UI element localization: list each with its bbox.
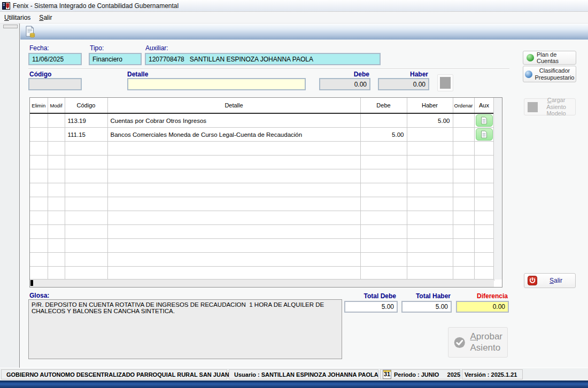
- debe-label: Debe: [319, 71, 369, 78]
- salir-button[interactable]: Salir: [524, 273, 576, 288]
- empty-row: [30, 211, 494, 225]
- cell-codigo: [65, 183, 107, 197]
- column-header-debe[interactable]: Debe: [360, 98, 407, 113]
- empty-row: [30, 197, 494, 211]
- menu-utilitarios[interactable]: Utilitarios: [0, 12, 35, 23]
- new-entry-icon[interactable]: [25, 26, 36, 38]
- cell-aux[interactable]: [474, 113, 494, 128]
- cell-aux: [474, 197, 494, 211]
- column-header-detalle[interactable]: Detalle: [107, 98, 360, 113]
- empty-row: [30, 267, 494, 281]
- haber-input: [378, 78, 429, 90]
- cell-modif: [48, 197, 65, 211]
- cell-elimin: [30, 197, 48, 211]
- cell-elimin[interactable]: [30, 128, 48, 142]
- cell-elimin: [30, 239, 48, 253]
- cell-aux: [474, 142, 494, 156]
- fecha-label: Fecha:: [29, 44, 49, 52]
- glosa-label: Glosa:: [29, 292, 49, 299]
- total-haber-label: Total Haber: [401, 292, 451, 300]
- glosa-textarea[interactable]: [28, 299, 342, 359]
- cell-haber: [407, 225, 453, 239]
- cell-haber: [407, 253, 453, 267]
- cell-ordenar[interactable]: [453, 128, 474, 142]
- cell-elimin: [30, 183, 48, 197]
- column-header-modif[interactable]: Modif: [48, 98, 65, 113]
- clasificador-icon: [525, 71, 532, 78]
- grid-hscroll-thumb[interactable]: [30, 280, 33, 286]
- cell-debe: [360, 225, 407, 239]
- entries-grid: EliminModifCódigoDetalleDebeHaberOrdenar…: [29, 97, 502, 288]
- cell-debe[interactable]: 5.00: [360, 128, 407, 142]
- toolbar: [20, 24, 588, 40]
- check-circle-icon: [453, 335, 466, 350]
- column-header-elimin[interactable]: Elimin: [30, 98, 48, 113]
- tipo-field[interactable]: [89, 53, 142, 65]
- empty-row: [30, 183, 494, 197]
- clasificador-presupuestario-button[interactable]: Clasificador Presupuestario: [523, 66, 576, 82]
- menu-salir[interactable]: Salir: [35, 12, 56, 23]
- cell-debe[interactable]: [360, 113, 407, 128]
- cell-ordenar: [453, 253, 474, 267]
- status-usuario: Usuario : SANTILLAN ESPINOZA JOHANNA PAO…: [229, 369, 378, 379]
- cell-elimin[interactable]: [30, 113, 48, 128]
- cell-debe: [360, 142, 407, 156]
- cell-aux[interactable]: [474, 128, 494, 142]
- aux-doc-icon: [481, 130, 488, 138]
- cell-ordenar: [453, 211, 474, 225]
- cell-ordenar: [453, 197, 474, 211]
- cell-detalle[interactable]: Cuentas por Cobrar Otros Ingresos: [107, 113, 360, 128]
- cell-aux: [474, 169, 494, 183]
- cell-aux: [474, 267, 494, 281]
- grid-horizontal-scrollbar[interactable]: [30, 279, 494, 287]
- cell-debe: [360, 239, 407, 253]
- cell-aux: [474, 225, 494, 239]
- diferencia-label: Diferencia: [456, 292, 508, 300]
- detalle-input[interactable]: [127, 78, 306, 90]
- add-line-button[interactable]: [437, 74, 453, 91]
- codigo-input: [28, 78, 82, 90]
- cell-detalle[interactable]: Bancos Comerciales Moneda de Curso Legal…: [107, 128, 360, 142]
- cell-modif: [48, 225, 65, 239]
- aprobar-asiento-button[interactable]: Aprobar Asiento: [448, 327, 508, 358]
- cell-detalle: [107, 197, 360, 211]
- cell-modif[interactable]: [48, 128, 65, 142]
- app-icon: [2, 2, 10, 10]
- cell-codigo[interactable]: 113.19: [65, 113, 107, 128]
- desktop-taskbar-edge: [0, 381, 588, 388]
- empty-row: [30, 239, 494, 253]
- cell-ordenar: [453, 267, 474, 281]
- aux-button[interactable]: [476, 114, 493, 127]
- aux-button[interactable]: [476, 128, 493, 141]
- grid-vertical-scrollbar[interactable]: [493, 98, 502, 280]
- cell-modif[interactable]: [48, 113, 65, 128]
- cell-haber[interactable]: 5.00: [407, 113, 453, 128]
- cell-modif: [48, 253, 65, 267]
- column-header-haber[interactable]: Haber: [407, 98, 453, 113]
- column-header-c-digo[interactable]: Código: [65, 98, 107, 113]
- cell-haber: [407, 156, 453, 169]
- fecha-field[interactable]: [28, 53, 82, 65]
- cell-ordenar: [453, 225, 474, 239]
- plan-de-cuentas-button[interactable]: Plan de Cuentas: [523, 51, 576, 65]
- cell-elimin: [30, 267, 48, 281]
- cell-aux: [474, 239, 494, 253]
- cell-ordenar: [453, 169, 474, 183]
- cell-elimin: [30, 169, 48, 183]
- side-panel-handle[interactable]: [3, 25, 18, 28]
- cell-detalle: [107, 156, 360, 169]
- cell-haber[interactable]: [407, 128, 453, 142]
- cell-codigo[interactable]: 111.15: [65, 128, 107, 142]
- power-icon: [528, 276, 537, 285]
- plan-de-cuentas-label: Plan de Cuentas: [537, 51, 572, 64]
- total-debe-field: [344, 301, 398, 313]
- cell-haber: [407, 239, 453, 253]
- cell-codigo: [65, 156, 107, 169]
- cell-ordenar[interactable]: [453, 113, 474, 128]
- column-header-aux[interactable]: Aux: [474, 98, 494, 113]
- cell-debe: [360, 169, 407, 183]
- auxiliar-field[interactable]: [145, 53, 381, 65]
- cell-detalle: [107, 183, 360, 197]
- cell-codigo: [65, 267, 107, 281]
- column-header-ordenar[interactable]: Ordenar: [453, 98, 474, 113]
